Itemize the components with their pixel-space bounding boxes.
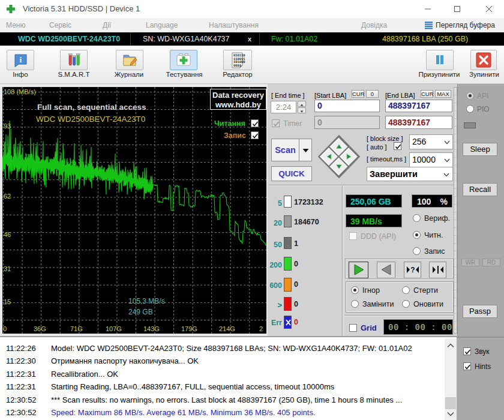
svg-text:0001: 0001: [233, 64, 241, 68]
svg-text:?: ?: [410, 266, 415, 274]
